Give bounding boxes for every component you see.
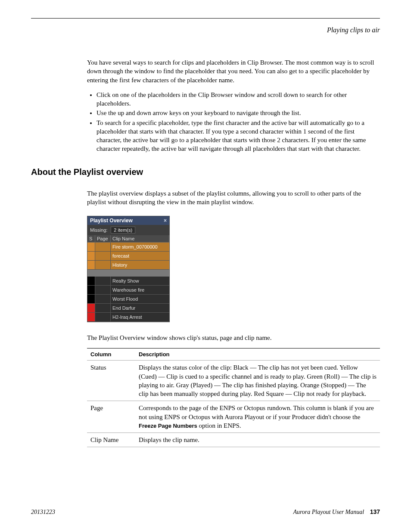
table-row[interactable]: Fire storm_00700000 <box>87 243 169 252</box>
clipname-cell: History <box>111 261 169 269</box>
missing-label: Missing: <box>90 227 107 233</box>
bold-option-name: Freeze Page Numbers <box>139 423 197 429</box>
overview-paragraph: The playlist overview displays a subset … <box>87 189 380 207</box>
footer-book-title: Aurora Playout User Manual <box>293 509 364 515</box>
table-row: Page Corresponds to the page of the ENPS… <box>87 401 380 433</box>
section-heading: About the Playlist overview <box>31 167 380 177</box>
footer-page-number: 137 <box>370 508 380 515</box>
status-cell <box>87 286 95 294</box>
column-name-cell: Page <box>87 401 135 433</box>
page-cell <box>95 295 111 303</box>
description-cell: Displays the clip name. <box>135 433 380 447</box>
description-cell: Corresponds to the page of the ENPS or O… <box>135 401 380 433</box>
page-cell <box>95 261 111 269</box>
table-row[interactable]: History <box>87 261 169 270</box>
table-row[interactable]: Warehouse fire <box>87 286 169 295</box>
page-footer: 20131223 Aurora Playout User Manual 137 <box>31 508 380 516</box>
close-icon[interactable]: × <box>164 218 167 224</box>
table-row[interactable]: forecast <box>87 252 169 261</box>
playlist-overview-window: Playlist Overview × Missing: 2 item(s) S… <box>87 216 170 322</box>
running-head: Playing clips to air <box>31 26 380 34</box>
status-cell <box>87 295 95 303</box>
spacer-row <box>87 270 169 277</box>
intro-paragraph: You have several ways to search for clip… <box>87 58 380 84</box>
column-header-clipname[interactable]: Clip Name <box>111 235 169 242</box>
table-row[interactable]: H2-Iraq Arrest <box>87 313 169 322</box>
clipname-cell: Realty Show <box>111 277 169 285</box>
page-cell <box>95 304 111 312</box>
page-cell <box>95 252 111 260</box>
status-cell <box>87 252 95 260</box>
list-item: Use the up and down arrow keys on your k… <box>97 109 380 117</box>
table-header-description: Description <box>135 348 380 361</box>
column-header-page[interactable]: Page <box>95 235 111 242</box>
list-item: Click on one of the placeholders in the … <box>97 90 380 108</box>
page-cell <box>95 286 111 294</box>
table-row: Clip Name Displays the clip name. <box>87 433 380 447</box>
page-cell <box>95 243 111 251</box>
footer-date: 20131223 <box>31 509 55 516</box>
page-cell <box>95 277 111 285</box>
clipname-cell: H2-Iraq Arrest <box>111 313 169 321</box>
clipname-cell: End Darfur <box>111 304 169 312</box>
status-cell <box>87 304 95 312</box>
clipname-cell: forecast <box>111 252 169 260</box>
clipname-cell: Fire storm_00700000 <box>111 243 169 251</box>
status-cell <box>87 243 95 251</box>
missing-count: 2 item(s) <box>111 227 135 233</box>
column-header-status[interactable]: S <box>87 235 95 242</box>
column-header-row: S Page Clip Name <box>87 235 169 243</box>
status-cell <box>87 313 95 321</box>
window-titlebar: Playlist Overview × <box>87 216 169 225</box>
column-name-cell: Status <box>87 361 135 401</box>
clipname-cell: Warehouse fire <box>111 286 169 294</box>
table-header-column: Column <box>87 348 135 361</box>
table-row[interactable]: End Darfur <box>87 304 169 313</box>
missing-bar: Missing: 2 item(s) <box>87 225 169 235</box>
list-item: To search for a specific placeholder, ty… <box>97 118 380 153</box>
description-table: Column Description Status Displays the s… <box>87 348 380 447</box>
status-cell <box>87 277 95 285</box>
window-title: Playlist Overview <box>90 218 133 224</box>
clipname-cell: Worst Flood <box>111 295 169 303</box>
column-name-cell: Clip Name <box>87 433 135 447</box>
table-row[interactable]: Worst Flood <box>87 295 169 304</box>
page-cell <box>95 313 111 321</box>
table-row[interactable]: Realty Show <box>87 277 169 286</box>
status-cell <box>87 261 95 269</box>
bullet-list: Click on one of the placeholders in the … <box>97 90 380 153</box>
description-cell: Displays the status color of the clip: B… <box>135 361 380 401</box>
widget-caption: The Playlist Overview window shows clip'… <box>87 333 380 342</box>
table-row: Status Displays the status color of the … <box>87 361 380 401</box>
